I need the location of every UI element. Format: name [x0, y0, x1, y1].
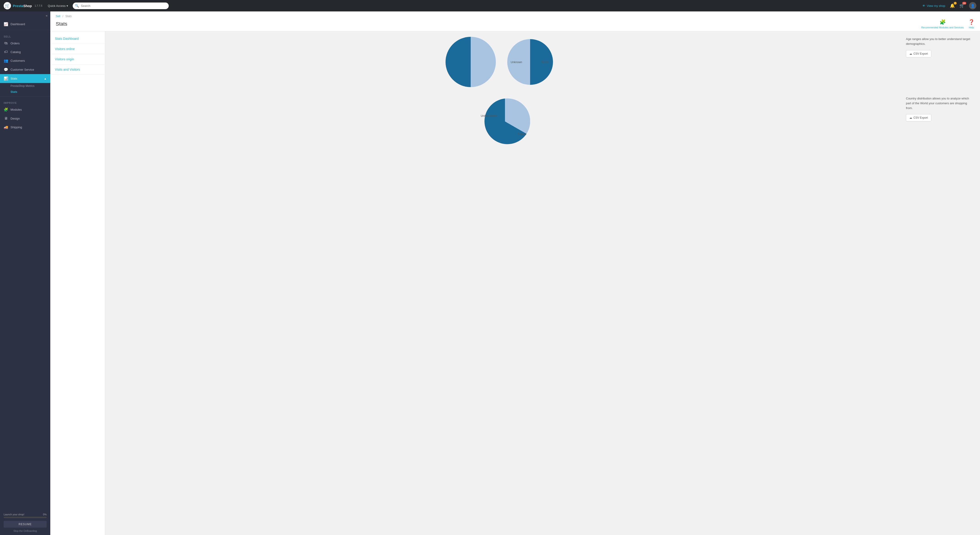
sidebar-section-sell: SELL	[0, 32, 50, 39]
menu-item-visits-and-visitors[interactable]: Visits and Visitors	[50, 64, 105, 75]
collapse-icon: «	[46, 14, 48, 18]
page-title: Stats	[56, 21, 67, 27]
menu-stats-dashboard-label: Stats Dashboard	[55, 37, 79, 40]
main-layout: « 📈 Dashboard SELL 🛍 Orders 🏷 Catalog 👥 …	[0, 11, 980, 535]
design-icon: 🖥	[4, 116, 8, 121]
sidebar-collapse-button[interactable]: «	[0, 11, 50, 20]
sidebar-item-customer-service[interactable]: 💬 Customer Service	[0, 65, 50, 74]
search-input[interactable]	[73, 3, 169, 9]
topnav-right-actions: 👁 View my shop 🔔 7 🛒 13 👤	[923, 2, 976, 10]
country-chart-wrap: United States France	[111, 96, 899, 146]
logo[interactable]: 🛒 PrestaShop 1.7.7.5	[4, 2, 42, 10]
sidebar-section-improve: IMPROVE	[0, 98, 50, 105]
orders-notification-button[interactable]: 🛒 13	[959, 3, 964, 8]
sidebar-dashboard-label: Dashboard	[11, 22, 25, 26]
country-pie-labeled: United States France	[480, 96, 530, 146]
stop-onboarding-link[interactable]: Stop the OnBoarding	[4, 530, 47, 532]
breadcrumb: Sell / Stats	[56, 14, 975, 18]
launch-percent: 0%	[43, 513, 47, 516]
sidebar-shipping-label: Shipping	[11, 126, 22, 129]
recommended-modules-button[interactable]: 🧩 Recommended Modules and Services	[921, 19, 964, 29]
inner-layout: Stats Dashboard Visitors online Visitors…	[50, 31, 980, 535]
age-pie-labeled: Unknown 50-59	[505, 37, 555, 87]
age-slice-unknown	[471, 37, 496, 87]
age-csv-export-button[interactable]: ☁ CSV Export	[906, 50, 931, 57]
customer-service-icon: 💬	[4, 67, 8, 72]
user-icon: 👤	[970, 4, 975, 8]
country-csv-export-button[interactable]: ☁ CSV Export	[906, 114, 931, 121]
cloud-download-icon: ☁	[909, 52, 912, 55]
sidebar-item-dashboard[interactable]: 📈 Dashboard	[0, 20, 50, 29]
quick-access-menu[interactable]: Quick Access ▾	[48, 4, 68, 8]
sidebar-item-design[interactable]: 🖥 Design	[0, 114, 50, 123]
page-title-row: Stats 🧩 Recommended Modules and Services…	[56, 19, 975, 29]
age-pie-chart	[445, 37, 496, 87]
top-navigation: 🛒 PrestaShop 1.7.7.5 Quick Access ▾ 🔍 👁 …	[0, 0, 980, 11]
search-icon: 🔍	[75, 4, 79, 8]
age-chart-wrap: Unknown 50-59	[111, 37, 899, 87]
country-chart-section: United States France Country distributio…	[111, 96, 975, 146]
eye-icon: 👁	[923, 4, 925, 8]
country-label-us: United States	[480, 114, 497, 118]
help-icon: ❓	[968, 19, 975, 25]
sidebar-item-shipping[interactable]: 🚚 Shipping	[0, 123, 50, 132]
version: 1.7.7.5	[35, 4, 42, 7]
menu-item-stats-dashboard[interactable]: Stats Dashboard	[50, 33, 105, 44]
page-content: Sell / Stats Stats 🧩 Recommended Modules…	[50, 11, 980, 535]
customers-icon: 👥	[4, 59, 8, 63]
country-label-france: France	[518, 132, 527, 136]
user-avatar[interactable]: 👤	[969, 2, 976, 10]
menu-visits-visitors-label: Visits and Visitors	[55, 68, 80, 71]
sidebar-customers-label: Customers	[11, 59, 25, 62]
sidebar-sub-stats[interactable]: Stats	[0, 89, 50, 95]
view-shop-label: View my shop	[927, 4, 945, 8]
search-bar: 🔍	[73, 3, 169, 9]
quick-access-label: Quick Access	[48, 4, 65, 8]
age-label-unknown: Unknown	[511, 61, 522, 64]
stats-chevron-icon: ▲	[44, 77, 47, 80]
modules-icon: 🧩	[4, 107, 8, 112]
stats-menu-panel: Stats Dashboard Visitors online Visitors…	[50, 31, 105, 535]
age-slice-50-59	[445, 37, 471, 87]
sidebar-bottom: Launch your shop! 0% RESUME Stop the OnB…	[0, 510, 50, 535]
notifications-button[interactable]: 🔔 7	[950, 3, 955, 8]
sidebar-catalog-label: Catalog	[11, 50, 21, 54]
view-shop-link[interactable]: 👁 View my shop	[923, 4, 945, 8]
launch-progress-bar	[4, 517, 47, 518]
sidebar-item-catalog[interactable]: 🏷 Catalog	[0, 48, 50, 56]
sidebar-item-customers[interactable]: 👥 Customers	[0, 56, 50, 65]
sidebar-sub-prestashop-metrics[interactable]: PrestaShop Metrics	[0, 83, 50, 89]
menu-visitors-online-label: Visitors online	[55, 47, 75, 51]
logo-icon: 🛒	[4, 2, 11, 10]
sidebar-item-modules[interactable]: 🧩 Modules	[0, 105, 50, 114]
puzzle-icon: 🧩	[940, 19, 946, 25]
sidebar-modules-label: Modules	[11, 108, 22, 111]
breadcrumb-sell[interactable]: Sell	[56, 14, 60, 18]
age-label-50-59: 50-59	[541, 61, 549, 64]
country-chart-description: Country distribution allows you to analy…	[906, 96, 975, 110]
launch-label: Launch your shop! 0%	[4, 513, 47, 516]
quick-access-chevron-icon: ▾	[67, 4, 68, 8]
menu-item-visitors-origin[interactable]: Visitors origin	[50, 54, 105, 64]
breadcrumb-separator: /	[62, 14, 63, 18]
stats-icon: 📊	[4, 76, 8, 81]
sidebar-divider-improve	[0, 96, 50, 97]
sidebar-design-label: Design	[11, 117, 20, 120]
menu-item-visitors-online[interactable]: Visitors online	[50, 44, 105, 54]
catalog-icon: 🏷	[4, 50, 8, 54]
country-chart-info: Country distribution allows you to analy…	[906, 96, 975, 121]
page-header: Sell / Stats Stats 🧩 Recommended Modules…	[50, 11, 980, 31]
sidebar-customer-service-label: Customer Service	[11, 68, 34, 71]
sidebar-item-orders[interactable]: 🛍 Orders	[0, 39, 50, 48]
help-label: Help	[969, 26, 974, 29]
sidebar-item-stats[interactable]: 📊 Stats ▲	[0, 74, 50, 83]
country-csv-label: CSV Export	[913, 116, 928, 119]
resume-button[interactable]: RESUME	[4, 521, 47, 528]
cloud-download-icon-2: ☁	[909, 116, 912, 119]
content-area: Unknown 50-59 Age ranges allow you to be…	[105, 31, 980, 535]
age-chart-description: Age ranges allow you to better understan…	[906, 37, 975, 46]
age-chart-section: Unknown 50-59 Age ranges allow you to be…	[111, 37, 975, 87]
dashboard-icon: 📈	[4, 22, 8, 26]
help-button[interactable]: ❓ Help	[968, 19, 975, 29]
prestashop-metrics-label: PrestaShop Metrics	[11, 84, 35, 88]
